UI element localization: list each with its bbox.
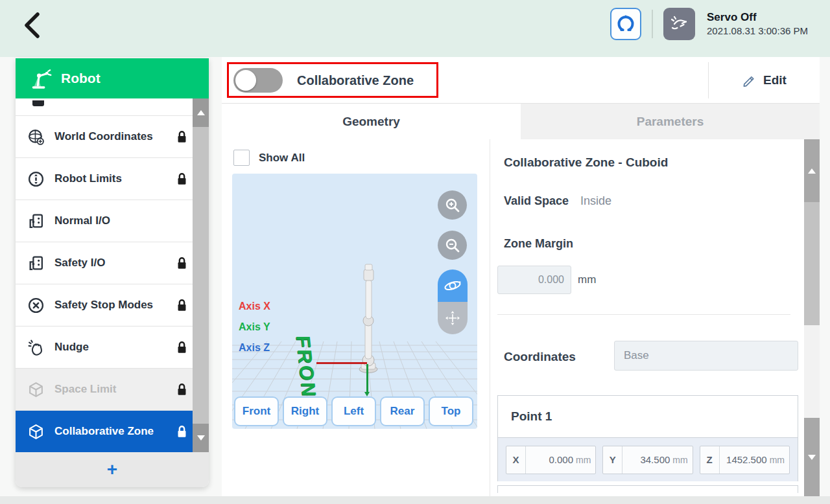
pan-arrows-icon	[444, 309, 462, 327]
tab-bar: Geometry Parameters	[222, 104, 820, 139]
axis-unit: mm	[672, 455, 692, 465]
top-bar: Servo Off 2021.08.31 3:00:36 PM	[0, 0, 830, 57]
lock-icon	[176, 256, 188, 270]
zone-margin-label: Zone Margin	[504, 237, 573, 251]
sidebar-item-label: Nudge	[54, 341, 89, 354]
zoom-in-button[interactable]	[438, 190, 467, 220]
sidebar-item-label: Collaborative Zone	[54, 425, 154, 438]
lock-icon	[176, 424, 188, 439]
view-button-left[interactable]: Left	[331, 396, 376, 426]
zone-title: Collaborative Zone - Cuboid	[504, 155, 668, 170]
chevron-left-icon	[18, 8, 49, 41]
sidebar-item-space-limit[interactable]: Space Limit	[16, 368, 209, 410]
gripper-button[interactable]	[610, 8, 641, 40]
robot-status-block: Servo Off 2021.08.31 3:00:36 PM	[707, 10, 808, 38]
edit-button[interactable]: Edit	[709, 57, 820, 104]
red-highlight-rectangle	[227, 62, 438, 98]
show-all-label: Show All	[259, 152, 305, 165]
sidebar-list: World Coordinates Robot Limits	[16, 98, 209, 452]
sidebar-item-world-coordinates[interactable]: World Coordinates	[16, 115, 209, 157]
sidebar-header: Robot	[16, 58, 209, 98]
orbit-button[interactable]	[438, 269, 468, 302]
stop-icon	[27, 297, 45, 314]
sidebar-scrollbar[interactable]	[193, 98, 209, 452]
triangle-up-icon	[197, 110, 205, 115]
cube-icon	[27, 423, 45, 441]
point-1-card: Point 1 X 0.000 mm Y 34.500 mm Z 1452.50…	[497, 395, 798, 481]
next-point-card-partial	[497, 485, 798, 493]
sidebar-item-safety-stop-modes[interactable]: Safety Stop Modes	[16, 284, 209, 326]
scroll-thumb[interactable]	[804, 202, 820, 325]
axis-y-label: Axis Y	[239, 321, 270, 333]
zone-details-panel: Collaborative Zone - Cuboid Valid Space …	[490, 139, 804, 496]
pencil-icon	[742, 73, 757, 88]
lock-icon	[176, 298, 188, 312]
sidebar-item-safety-io[interactable]: Safety I/O	[16, 242, 209, 284]
3d-viewport[interactable]: FRONT	[232, 174, 477, 429]
axis-label: Y	[603, 446, 622, 474]
view-buttons: Front Right Left Rear Top	[234, 396, 473, 426]
view-button-top[interactable]: Top	[429, 396, 473, 426]
details-scrollbar[interactable]	[804, 139, 820, 496]
sidebar-item-robot-limits[interactable]: Robot Limits	[16, 157, 209, 200]
tab-geometry[interactable]: Geometry	[222, 104, 521, 139]
sidebar-item-label: Robot Limits	[54, 172, 122, 185]
gripper-icon	[616, 14, 635, 34]
plus-icon: +	[107, 461, 117, 479]
point-coordinates-row: X 0.000 mm Y 34.500 mm Z 1452.500 mm	[498, 437, 798, 481]
scroll-down-button[interactable]	[193, 424, 209, 452]
point-y-field[interactable]: Y 34.500 mm	[602, 446, 693, 474]
add-item-button[interactable]: +	[16, 452, 209, 487]
main-panel: Collaborative Zone Edit Geometry Paramet…	[222, 57, 820, 496]
axis-value: 0.000	[526, 454, 576, 465]
show-all-control: Show All	[233, 150, 305, 166]
hand-guiding-button[interactable]	[663, 8, 695, 40]
io-icon	[27, 212, 45, 230]
robot-limits-icon	[27, 170, 45, 188]
coordinates-label: Coordinates	[504, 350, 576, 364]
back-button[interactable]	[18, 8, 49, 41]
pan-button[interactable]	[438, 302, 468, 334]
tab-parameters[interactable]: Parameters	[521, 104, 820, 139]
robot-sidebar: Robot World Coordinates	[16, 58, 209, 487]
sidebar-item-collaborative-zone[interactable]: Collaborative Zone	[16, 410, 209, 452]
view-button-right[interactable]: Right	[283, 396, 327, 426]
axis-unit: mm	[576, 455, 595, 465]
sidebar-item-nudge[interactable]: Nudge	[16, 326, 209, 368]
bottom-strip	[0, 496, 830, 504]
point-z-field[interactable]: Z 1452.500 mm	[700, 446, 790, 474]
point-x-field[interactable]: X 0.000 mm	[506, 446, 596, 474]
coordinates-input[interactable]: Base	[614, 341, 798, 371]
point-title: Point 1	[498, 396, 798, 437]
nudge-hand-icon	[27, 339, 45, 356]
sidebar-item-normal-io[interactable]: Normal I/O	[16, 200, 209, 242]
main-header: Collaborative Zone Edit	[222, 57, 820, 104]
triangle-down-icon	[808, 455, 816, 460]
robot-icon	[29, 67, 52, 89]
axis-label: Z	[700, 446, 720, 474]
view-button-front[interactable]: Front	[234, 396, 279, 426]
view-button-rear[interactable]: Rear	[380, 396, 425, 426]
lock-icon	[176, 340, 188, 354]
scroll-up-button[interactable]	[193, 98, 209, 127]
axis-x-label: Axis X	[239, 301, 270, 312]
sidebar-item-partial[interactable]	[16, 98, 209, 115]
valid-space-value: Inside	[580, 194, 611, 208]
cube-icon	[27, 381, 45, 398]
sidebar-item-label: World Coordinates	[54, 130, 153, 143]
cropped-icon	[32, 100, 44, 106]
zone-margin-input[interactable]: 0.000	[497, 266, 571, 294]
view-control-pill	[438, 269, 468, 334]
zone-margin-unit: mm	[578, 273, 596, 286]
sidebar-item-label: Space Limit	[54, 383, 116, 396]
x-axis-line	[316, 362, 367, 364]
show-all-checkbox[interactable]	[233, 150, 250, 166]
axis-z-label: Axis Z	[239, 342, 270, 354]
topbar-divider	[652, 10, 653, 38]
edit-label: Edit	[763, 73, 787, 87]
scroll-up-button[interactable]	[804, 139, 820, 202]
world-coordinates-icon	[27, 128, 45, 146]
scroll-down-button[interactable]	[804, 418, 820, 496]
zoom-out-button[interactable]	[438, 231, 467, 260]
hand-guiding-icon	[669, 14, 690, 34]
